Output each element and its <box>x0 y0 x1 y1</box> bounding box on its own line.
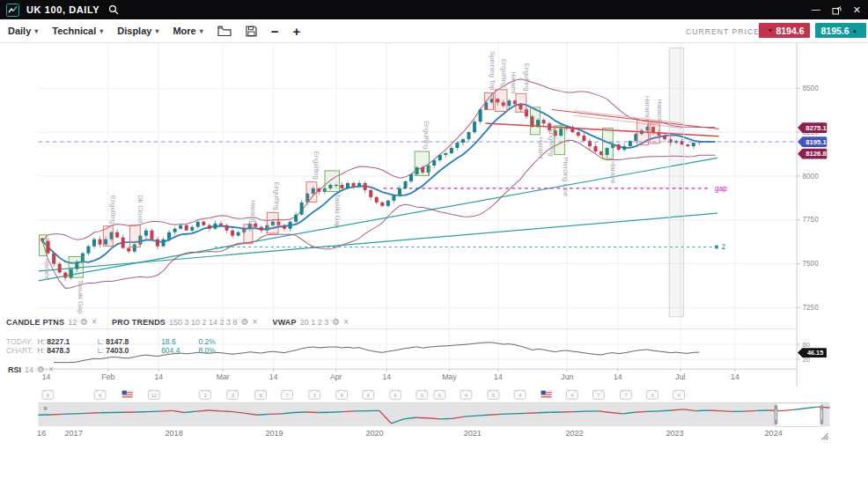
zoom-out-button[interactable]: − <box>271 25 279 38</box>
bid-price-badge: ▼ 8194.6 <box>759 23 810 38</box>
open-folder-icon[interactable] <box>217 26 232 37</box>
time-tick-label: Mar <box>217 372 230 381</box>
year-label: 2021 <box>464 429 482 438</box>
pattern-box <box>69 256 83 277</box>
pattern-annotations: HaramiEngulfingDk CloudTasuki GapHaramiE… <box>39 51 664 314</box>
calendar-event-icon[interactable]: 7 <box>593 390 605 399</box>
calendar-event-icon[interactable]: 7 <box>621 390 632 399</box>
minimize-button[interactable]: — <box>812 5 820 14</box>
close-icon[interactable]: × <box>343 318 349 327</box>
gear-icon[interactable]: ⚙ <box>241 318 249 327</box>
gear-icon[interactable]: ⚙ <box>80 318 88 327</box>
calendar-event-icon[interactable]: 2 <box>200 390 211 399</box>
calendar-event-icon[interactable]: 3 <box>309 390 320 399</box>
pattern-box <box>637 120 649 144</box>
pattern-label: Tasuki Gap <box>77 280 85 314</box>
calendar-event-icon[interactable]: 6 <box>42 390 54 399</box>
current-price-label: CURRENT PRICE: <box>686 27 763 36</box>
chart-change-pct: 8.0% <box>199 346 216 355</box>
calendar-event-icon[interactable]: 6 <box>255 390 267 399</box>
pattern-box <box>306 182 317 203</box>
year-label: 2017 <box>64 429 82 438</box>
us-flag-icon[interactable] <box>541 391 552 398</box>
calendar-event-icon[interactable]: 6 <box>416 390 428 399</box>
event-count: 12 <box>151 393 158 398</box>
pattern-label: Engulfing <box>273 181 281 210</box>
calendar-event-icon[interactable]: 3 <box>227 390 239 399</box>
calendar-event-icon[interactable]: 6 <box>434 390 445 399</box>
pattern-box <box>129 225 140 247</box>
gear-icon[interactable]: ⚙ <box>37 365 45 374</box>
calendar-event-icon[interactable]: 4 <box>336 390 348 399</box>
pattern-box <box>650 123 659 144</box>
save-icon[interactable] <box>246 26 257 37</box>
calendar-event-icon[interactable]: 12 <box>148 390 159 399</box>
resize-grip[interactable] <box>821 433 828 439</box>
pattern-label: Engulfing <box>523 63 531 91</box>
price-axis[interactable]: 850082508000775075007250 <box>797 85 819 312</box>
calendar-event-icon[interactable]: 4 <box>566 390 577 399</box>
time-axis[interactable]: 14Feb14Mar14Apr14May14Jun14Jul14 <box>42 369 739 381</box>
close-icon[interactable]: × <box>48 365 54 374</box>
price-tick-label: 8500 <box>803 85 820 92</box>
svg-text:8275.1: 8275.1 <box>805 124 827 132</box>
calendar-event-icon[interactable]: 6 <box>94 390 106 399</box>
highlight-band[interactable] <box>669 48 683 316</box>
price-tick-label: 7500 <box>803 260 820 268</box>
pattern-label: Tasuki Gap <box>334 194 342 228</box>
us-flag-icon[interactable] <box>122 391 133 398</box>
navigator-track[interactable] <box>39 403 830 426</box>
year-label: 2019 <box>265 429 283 438</box>
rsi-tick-label: 80 <box>803 341 811 349</box>
calendar-event-icon[interactable]: 6 <box>390 390 401 399</box>
down-arrow-icon: ▼ <box>767 27 773 33</box>
window-title: UK 100, DAILY <box>26 4 99 15</box>
indicator-params: 12 <box>68 318 77 327</box>
event-count: 7 <box>285 393 288 398</box>
navigator[interactable]: 1620172018201920202021202220232024× <box>37 402 829 439</box>
pattern-label: Dk Cloud <box>136 195 144 223</box>
today-stats-row: TODAY: H: 8227.1 L: 8147.8 18.6 0.2% <box>6 337 216 346</box>
calendar-event-icon[interactable]: 4 <box>363 390 374 399</box>
indicator-name: RSI <box>8 365 21 374</box>
pattern-box <box>602 129 613 159</box>
chevron-down-icon: ▾ <box>155 27 158 35</box>
chart-canvas[interactable]: gap2HaramiEngulfingDk CloudTasuki GapHar… <box>0 42 868 479</box>
year-label: 2023 <box>666 429 683 438</box>
search-icon[interactable] <box>108 4 120 16</box>
event-count: 7 <box>624 393 627 398</box>
calendar-event-icon[interactable]: 7 <box>282 390 293 399</box>
calendar-event-icon[interactable]: 5 <box>488 390 499 399</box>
pattern-box <box>530 107 540 135</box>
pattern-label: Spinning Top <box>489 51 497 91</box>
gear-icon[interactable]: ⚙ <box>332 318 340 327</box>
indicator-name: VWAP <box>272 318 296 327</box>
zoom-in-button[interactable]: + <box>292 25 300 38</box>
chart-change: 604.4 <box>161 346 196 355</box>
price-tags: 8275.18195.18126.8 <box>798 122 828 158</box>
menu-technical[interactable]: Technical▾ <box>52 26 103 36</box>
menu-daily[interactable]: Daily▾ <box>8 26 38 36</box>
close-icon[interactable]: × <box>253 318 258 327</box>
chevron-down-icon: ▾ <box>200 27 203 35</box>
chart-high: 8478.3 <box>47 346 70 355</box>
menu-more[interactable]: More▾ <box>173 26 202 36</box>
trend-line[interactable] <box>552 110 719 129</box>
calendar-event-icon[interactable]: 4 <box>514 390 526 399</box>
calendar-event-icon[interactable]: 4 <box>460 390 472 399</box>
pattern-box <box>103 226 113 247</box>
menu-display[interactable]: Display▾ <box>117 26 158 36</box>
pattern-label: Harami <box>510 71 518 93</box>
close-button[interactable]: ✕ <box>853 5 861 15</box>
today-low: 8147.8 <box>106 337 129 346</box>
year-label: 2018 <box>165 429 182 438</box>
calendar-event-icon[interactable]: 4 <box>673 390 685 399</box>
time-tick-label: Jul <box>675 372 685 381</box>
close-icon[interactable]: × <box>92 318 97 327</box>
legend-vwap: VWAP 20 1 2 3 ⚙ × <box>272 318 349 327</box>
indicator-params: 14 <box>25 365 33 374</box>
today-high: 8227.1 <box>47 337 70 346</box>
calendar-event-icon[interactable]: 3 <box>647 390 658 399</box>
pattern-label: Harami <box>644 96 651 118</box>
restore-button[interactable] <box>832 5 842 15</box>
